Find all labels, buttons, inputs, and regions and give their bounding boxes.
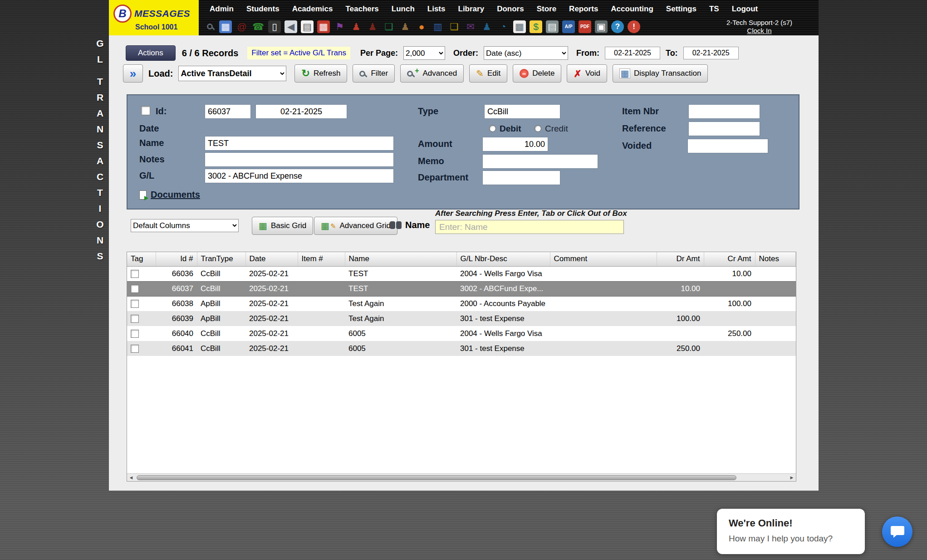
to-date-input[interactable]	[683, 47, 739, 59]
alert-icon[interactable]: !	[628, 20, 640, 33]
nav-item-teachers[interactable]: Teachers	[339, 5, 385, 14]
nav-item-academics[interactable]: Academics	[286, 5, 339, 14]
nav-item-store[interactable]: Store	[530, 5, 563, 14]
advanced-grid-button[interactable]: ▦✎Advanced Grid	[314, 217, 397, 235]
row-tag-checkbox[interactable]	[131, 285, 139, 293]
nav-item-reports[interactable]: Reports	[563, 5, 604, 14]
phone-message-icon[interactable]: ☎	[252, 20, 265, 33]
column-header-comment[interactable]: Comment	[550, 252, 657, 266]
scroll-right-arrow[interactable]: ►	[788, 474, 796, 481]
payroll-icon[interactable]: $	[530, 20, 542, 33]
table-row-66038[interactable]: 66038ApBill2025-02-21Test Again2000 - Ac…	[127, 296, 796, 311]
checks-icon[interactable]: ▤	[546, 20, 559, 33]
pdf-icon[interactable]: PDF	[579, 20, 591, 33]
id-checkbox[interactable]	[141, 106, 150, 115]
column-header-dr-amt[interactable]: Dr Amt	[657, 252, 704, 266]
row-tag-checkbox[interactable]	[131, 270, 139, 278]
staff-icon[interactable]: ♟	[366, 20, 379, 33]
column-header-g-l-nbr-desc[interactable]: G/L Nbr-Desc	[456, 252, 550, 266]
column-header-id[interactable]: Id #	[156, 252, 197, 266]
voided-field[interactable]	[687, 139, 768, 153]
clock-in-link[interactable]: Clock In	[747, 27, 771, 35]
type-field[interactable]	[484, 104, 560, 119]
amount-field[interactable]	[482, 137, 548, 151]
nav-item-logout[interactable]: Logout	[726, 5, 765, 14]
row-tag-checkbox[interactable]	[131, 345, 139, 353]
load-select[interactable]: Active TransDetail	[178, 66, 286, 81]
schedule-grid-icon[interactable]: ▦	[219, 20, 232, 33]
family-icon[interactable]: ♟	[399, 20, 412, 33]
assets-icon[interactable]: ❏	[448, 20, 461, 33]
table-row-66040[interactable]: 66040CcBill2025-02-2160052004 - Wells Fa…	[127, 326, 796, 341]
printer-icon[interactable]: ▣	[595, 20, 608, 33]
credit-radio[interactable]	[535, 125, 541, 132]
library-icon[interactable]: ▥	[432, 20, 444, 33]
ap-icon[interactable]: A/P	[562, 20, 575, 33]
reference-field[interactable]	[688, 122, 760, 136]
nav-item-lists[interactable]: Lists	[421, 5, 452, 14]
mail-icon[interactable]: ✉	[464, 20, 477, 33]
item-nbr-field[interactable]	[688, 104, 760, 119]
nav-item-students[interactable]: Students	[240, 5, 286, 14]
nav-item-donors[interactable]: Donors	[490, 5, 530, 14]
columns-select[interactable]: Default Columns	[131, 219, 239, 232]
column-header-name[interactable]: Name	[345, 252, 456, 266]
column-header-date[interactable]: Date	[245, 252, 298, 266]
calendar-icon[interactable]: ▦	[317, 20, 330, 33]
row-tag-checkbox[interactable]	[131, 330, 139, 338]
search-icon[interactable]	[207, 24, 213, 29]
horizontal-scrollbar[interactable]: ◄ ►	[127, 473, 796, 481]
nav-item-admin[interactable]: Admin	[203, 5, 240, 14]
groups-icon[interactable]: ♟	[481, 20, 493, 33]
documents-link[interactable]: Documents	[139, 190, 200, 200]
date-field[interactable]	[255, 104, 347, 119]
nav-item-ts[interactable]: TS	[703, 5, 726, 14]
nav-item-accounting[interactable]: Accounting	[604, 5, 660, 14]
edit-button[interactable]: ✎Edit	[469, 64, 507, 83]
table-row-66039[interactable]: 66039ApBill2025-02-21Test Again301 - tes…	[127, 311, 796, 326]
gl-field[interactable]	[205, 169, 394, 183]
column-header-notes[interactable]: Notes	[755, 252, 796, 266]
help-icon[interactable]: ?	[611, 20, 624, 33]
tickets-icon[interactable]: ❏	[383, 20, 395, 33]
newsletter-icon[interactable]: ▤	[301, 20, 314, 33]
filter-button[interactable]: Filter	[353, 64, 395, 83]
app-logo[interactable]: B MESSAGES School 1001	[109, 0, 199, 35]
row-tag-checkbox[interactable]	[131, 300, 139, 308]
scroll-left-arrow[interactable]: ◄	[127, 474, 135, 481]
order-select[interactable]: Date (asc)	[484, 46, 568, 60]
department-field[interactable]	[482, 170, 560, 185]
chat-launcher-button[interactable]	[882, 516, 912, 547]
per-page-select[interactable]: 2,000	[403, 46, 445, 60]
announcement-icon[interactable]: ◀	[284, 20, 297, 33]
name-field[interactable]	[205, 136, 394, 151]
void-button[interactable]: ✗Void	[567, 64, 607, 83]
megaphone-icon[interactable]: ⚑	[334, 20, 346, 33]
column-header-trantype[interactable]: TranType	[197, 252, 245, 266]
nav-item-settings[interactable]: Settings	[660, 5, 703, 14]
notes-field[interactable]	[205, 152, 394, 167]
student-icon[interactable]: ♟	[350, 20, 363, 33]
display-transaction-button[interactable]: ▦Display Transaction	[613, 64, 708, 83]
memo-field[interactable]	[482, 154, 598, 169]
table-row-66041[interactable]: 66041CcBill2025-02-216005301 - test Expe…	[127, 341, 796, 356]
nav-item-library[interactable]: Library	[452, 5, 491, 14]
scrollbar-thumb[interactable]	[137, 475, 736, 480]
nav-item-lunch[interactable]: Lunch	[385, 5, 421, 14]
advanced-button[interactable]: +Advanced	[400, 64, 464, 83]
expand-button[interactable]: »	[123, 64, 143, 83]
id-field[interactable]	[205, 104, 251, 119]
debit-radio[interactable]	[489, 125, 496, 132]
gradebook-icon[interactable]: ▦	[513, 20, 526, 33]
mobile-phone-icon[interactable]: ▯	[268, 20, 281, 33]
column-header-cr-amt[interactable]: Cr Amt	[704, 252, 755, 266]
name-search-input[interactable]	[435, 220, 624, 234]
email-icon[interactable]: @	[235, 20, 248, 33]
column-header-tag[interactable]: Tag	[127, 252, 156, 266]
row-tag-checkbox[interactable]	[131, 315, 139, 323]
from-date-input[interactable]	[605, 47, 660, 59]
actions-button[interactable]: Actions	[126, 45, 176, 61]
table-row-66036[interactable]: 66036CcBill2025-02-21TEST2004 - Wells Fa…	[127, 266, 796, 281]
table-row-66037[interactable]: 66037CcBill2025-02-21TEST3002 - ABCFund …	[127, 281, 796, 296]
refresh-button[interactable]: ↻Refresh	[294, 64, 347, 83]
